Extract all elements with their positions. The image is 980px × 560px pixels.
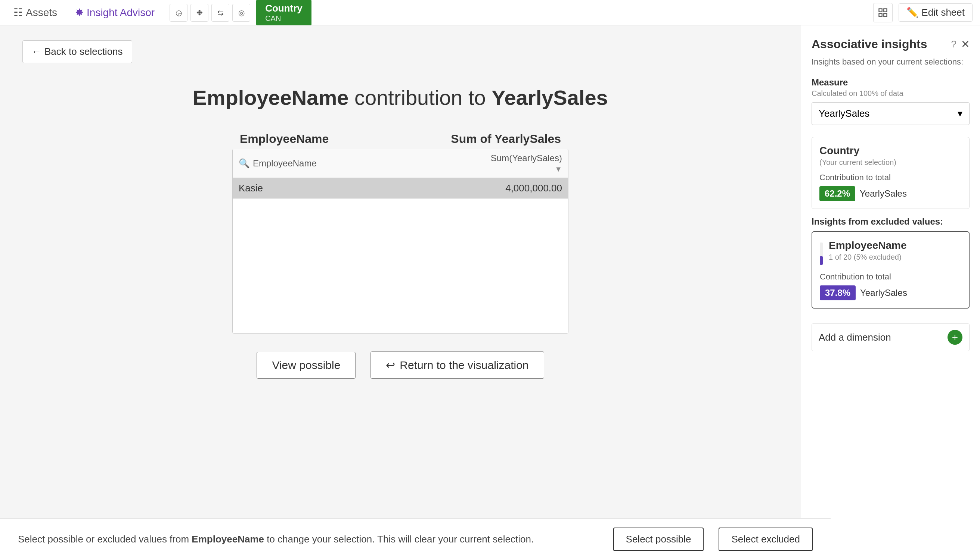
search-icon: 🔍 <box>239 158 250 168</box>
topbar-icons-group: ◶ ✥ ⇆ ◎ <box>170 4 250 22</box>
svg-rect-3 <box>884 13 887 17</box>
country-card-subtitle: (Your current selection) <box>819 158 962 167</box>
title-middle: contribution to <box>348 86 492 109</box>
notification-text-before: Select possible or excluded values from <box>18 533 192 545</box>
table-col-right-header: Sum of YearlySales <box>442 132 561 146</box>
title-yearlysales: YearlySales <box>492 86 608 109</box>
table-row[interactable]: Kasie 4,000,000.00 <box>232 178 568 199</box>
view-possible-button[interactable]: View possible <box>257 352 356 379</box>
chevron-down-icon: ▾ <box>958 108 962 119</box>
country-contribution-label: Contribution to total <box>819 173 962 182</box>
svg-rect-2 <box>879 13 882 17</box>
mini-bar-fill <box>820 256 823 265</box>
svg-rect-1 <box>884 8 887 12</box>
add-dimension-row[interactable]: Add a dimension + <box>811 323 970 351</box>
excluded-contribution-label: Contribution to total <box>820 272 961 282</box>
edit-sheet-label: Edit sheet <box>921 7 965 18</box>
excluded-section-label: Insights from excluded values: <box>811 217 970 227</box>
mini-bar <box>820 243 823 265</box>
table-search-field[interactable]: 🔍 EmployeeName <box>239 158 487 168</box>
table-section: EmployeeName Sum of YearlySales 🔍 Employ… <box>22 132 778 560</box>
table-empty-area <box>232 199 568 333</box>
bottom-notification: Select possible or excluded values from … <box>0 518 831 560</box>
back-button-label: Back to selections <box>44 46 123 57</box>
excluded-card-info: EmployeeName 1 of 20 (5% excluded) <box>829 240 907 268</box>
edit-sheet-button[interactable]: ✏️ Edit sheet <box>898 3 973 22</box>
circle-dash-icon[interactable]: ◎ <box>232 4 250 22</box>
topbar-right-group: ✏️ Edit sheet <box>873 3 973 22</box>
bottom-actions: View possible ↩ Return to the visualizat… <box>257 352 544 379</box>
purple-badge-label: YearlySales <box>860 288 907 298</box>
excluded-badge-row: 37.8% YearlySales <box>820 285 961 300</box>
excluded-chart-area: EmployeeName 1 of 20 (5% excluded) <box>820 240 961 268</box>
help-icon[interactable]: ? <box>951 38 957 50</box>
country-card: Country (Your current selection) Contrib… <box>811 137 970 209</box>
measure-sublabel: Calculated on 100% of data <box>811 89 970 98</box>
title-employeename: EmployeeName <box>193 86 348 109</box>
table-headers: EmployeeName Sum of YearlySales <box>232 132 569 146</box>
measure-value: YearlySales <box>819 108 870 119</box>
close-sidebar-button[interactable]: ✕ <box>961 38 970 50</box>
table-toolbar: 🔍 EmployeeName Sum(YearlySales) ▼ <box>232 149 568 178</box>
smart-search-icon[interactable]: ◶ <box>170 4 187 22</box>
topbar: ☷ Assets ✸ Insight Advisor ◶ ✥ ⇆ ◎ Count… <box>0 0 980 25</box>
insight-advisor-tab[interactable]: ✸ Insight Advisor <box>69 3 161 22</box>
back-arrow-icon: ← <box>32 46 42 57</box>
swap-icon[interactable]: ⇆ <box>211 4 229 22</box>
svg-rect-0 <box>879 8 882 12</box>
excluded-card[interactable]: EmployeeName 1 of 20 (5% excluded) Contr… <box>811 231 970 308</box>
assets-label: Assets <box>26 7 57 19</box>
table-col-right-label: Sum(YearlySales) ▼ <box>487 153 562 174</box>
grid-view-icon[interactable] <box>873 3 893 22</box>
measure-dropdown[interactable]: YearlySales ▾ <box>811 102 970 125</box>
page-title: EmployeeName contribution to YearlySales <box>22 85 778 110</box>
sidebar-header: Associative insights ? ✕ <box>811 37 970 51</box>
table-cell-value: 4,000,000.00 <box>487 182 562 194</box>
green-badge-label: YearlySales <box>860 188 907 199</box>
excluded-card-subtitle: 1 of 20 (5% excluded) <box>829 253 907 262</box>
search-placeholder: EmployeeName <box>253 158 317 168</box>
assets-tab[interactable]: ☷ Assets <box>7 3 63 22</box>
measure-label: Measure <box>811 77 970 88</box>
notification-field-name: EmployeeName <box>192 533 264 545</box>
country-tab-value: CAN <box>265 14 303 23</box>
table-cell-name: Kasie <box>239 182 487 194</box>
assets-icon: ☷ <box>13 6 23 19</box>
add-dimension-label: Add a dimension <box>819 332 891 343</box>
expand-icon[interactable]: ✥ <box>191 4 208 22</box>
select-possible-button[interactable]: Select possible <box>613 528 704 551</box>
notification-text: Select possible or excluded values from … <box>18 533 598 545</box>
pencil-icon: ✏️ <box>906 7 918 18</box>
right-sidebar: Associative insights ? ✕ Insights based … <box>801 25 980 560</box>
insight-advisor-label: Insight Advisor <box>87 7 155 19</box>
data-table: 🔍 EmployeeName Sum(YearlySales) ▼ Kasie … <box>232 149 569 333</box>
return-arrow-icon: ↩ <box>386 358 395 372</box>
return-to-visualization-button[interactable]: ↩ Return to the visualization <box>371 352 544 379</box>
sidebar-title: Associative insights <box>811 37 927 51</box>
country-badge-row: 62.2% YearlySales <box>819 186 962 201</box>
purple-badge: 37.8% <box>820 285 856 300</box>
select-excluded-button[interactable]: Select excluded <box>719 528 813 551</box>
main-layout: ← Back to selections EmployeeName contri… <box>0 25 980 560</box>
country-tab-name: Country <box>265 3 303 14</box>
back-to-selections-button[interactable]: ← Back to selections <box>22 40 132 63</box>
excluded-card-title: EmployeeName <box>829 240 907 252</box>
insight-icon: ✸ <box>75 6 84 19</box>
country-card-title: Country <box>819 145 962 157</box>
sidebar-subtitle: Insights based on your current selection… <box>811 57 970 67</box>
notification-text-after: to change your selection. This will clea… <box>264 533 534 545</box>
content-area: ← Back to selections EmployeeName contri… <box>0 25 801 560</box>
country-filter-tab[interactable]: Country CAN <box>256 0 311 26</box>
add-dimension-icon: + <box>948 330 962 345</box>
green-badge: 62.2% <box>819 186 855 201</box>
sort-icon: ▼ <box>555 165 562 173</box>
table-col-left-header: EmployeeName <box>240 132 442 146</box>
